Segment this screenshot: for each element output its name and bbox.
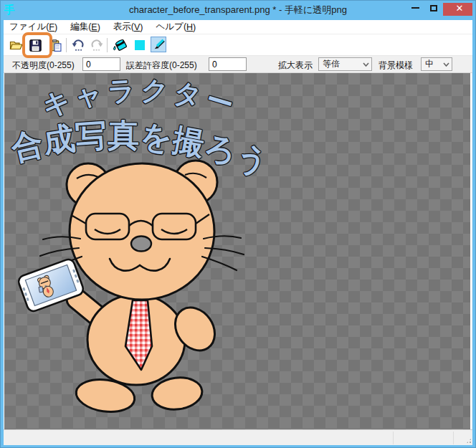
save-button[interactable] xyxy=(27,37,44,54)
opacity-input[interactable] xyxy=(82,57,120,71)
menu-file[interactable]: ファイル(F) xyxy=(3,20,64,34)
menu-bar: ファイル(F) 編集(E) 表示(V) ヘルプ(H) xyxy=(3,20,473,34)
save-floppy-icon xyxy=(29,39,42,52)
color-swatch[interactable] xyxy=(135,40,145,50)
resize-grip[interactable] xyxy=(466,435,475,444)
undo-icon xyxy=(72,39,85,52)
close-button[interactable]: ✕ xyxy=(443,0,476,16)
background-pattern-dropdown[interactable]: 中 xyxy=(421,57,452,71)
close-icon: ✕ xyxy=(456,3,464,14)
canvas-gutter xyxy=(472,73,475,429)
app-icon: 手 xyxy=(0,0,19,20)
image-canvas[interactable]: キャラクター 合成写真を撮ろう xyxy=(4,73,470,429)
app-window: 手 character_before_transparent.png * - 手… xyxy=(0,0,476,448)
bear-nose xyxy=(131,237,151,252)
caption-line1: キャラクター xyxy=(39,75,242,121)
redo-icon xyxy=(90,39,103,52)
open-file-button[interactable] xyxy=(7,37,24,54)
zoom-dropdown[interactable]: 等倍 xyxy=(318,57,372,71)
paint-bucket-icon xyxy=(112,39,129,52)
paste-clipboard-icon xyxy=(49,39,62,52)
menu-help[interactable]: ヘルプ(H) xyxy=(150,20,203,34)
chevron-down-icon xyxy=(443,62,449,67)
toolbar-separator xyxy=(66,38,67,52)
bear-character xyxy=(17,161,244,415)
statusbar-separator xyxy=(393,432,394,444)
opacity-label: 不透明度(0-255) xyxy=(12,59,75,72)
title-bar[interactable]: 手 character_before_transparent.png * - 手… xyxy=(0,0,476,20)
maximize-icon xyxy=(430,5,437,11)
character-artwork: キャラクター 合成写真を撮ろう xyxy=(4,73,470,429)
minimize-button[interactable] xyxy=(406,0,424,16)
menu-edit[interactable]: 編集(E) xyxy=(64,20,107,34)
redo-button[interactable] xyxy=(88,37,105,54)
transparent-pen-button[interactable] xyxy=(151,37,166,52)
chevron-down-icon xyxy=(363,62,369,67)
minimize-icon xyxy=(411,7,419,9)
tolerance-input[interactable] xyxy=(209,57,247,71)
window-title: character_before_transparent.png * - 手軽に… xyxy=(0,4,476,16)
status-bar xyxy=(0,429,476,445)
toolbar-separator xyxy=(107,38,108,52)
paste-button[interactable] xyxy=(47,37,64,54)
background-pattern-label: 背景模様 xyxy=(379,59,413,72)
menu-view[interactable]: 表示(V) xyxy=(107,20,150,34)
statusbar-separator xyxy=(453,432,454,444)
undo-button[interactable] xyxy=(70,37,87,54)
pen-icon xyxy=(153,39,165,51)
fill-color-button[interactable] xyxy=(110,37,130,54)
maximize-button[interactable] xyxy=(424,0,443,16)
zoom-label: 拡大表示 xyxy=(278,59,313,72)
settings-bar: 不透明度(0-255) 誤差許容度(0-255) 拡大表示 等倍 背景模様 中 xyxy=(3,56,473,73)
bear-head xyxy=(70,163,214,300)
toolbar xyxy=(3,34,473,56)
open-folder-icon xyxy=(9,39,23,51)
tolerance-label: 誤差許容度(0-255) xyxy=(126,59,197,72)
